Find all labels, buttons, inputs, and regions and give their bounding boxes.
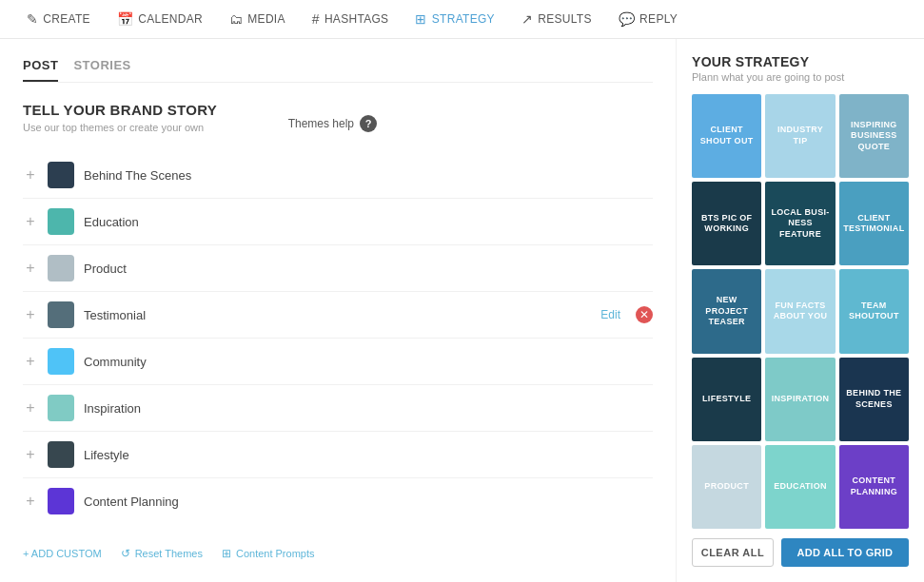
nav-item-results[interactable]: ↗RESULTS bbox=[510, 0, 603, 38]
strategy-grid: CLIENTSHOUT OUTINDUSTRY TIPINSPIRINGBUSI… bbox=[692, 94, 909, 529]
nav-label-hashtags: HASHTAGS bbox=[324, 12, 389, 26]
tabs: POSTSTORIES bbox=[23, 58, 653, 83]
theme-add-icon[interactable]: + bbox=[23, 213, 38, 230]
themes-list: + Behind The Scenes + Education + Produc… bbox=[23, 152, 653, 524]
theme-item: + Lifestyle bbox=[23, 432, 653, 478]
grid-cell-team-shoutout[interactable]: TEAMSHOUTOUT bbox=[839, 269, 909, 353]
nav-label-media: MEDIA bbox=[247, 12, 285, 26]
theme-add-icon[interactable]: + bbox=[23, 446, 38, 463]
theme-color-swatch bbox=[48, 395, 74, 421]
theme-name: Product bbox=[84, 262, 653, 276]
grid-cell-lifestyle[interactable]: LIFESTYLE bbox=[692, 358, 761, 441]
grid-cell-inspiring-quote[interactable]: INSPIRINGBUSINESSQUOTE bbox=[839, 94, 909, 178]
strategy-title: YOUR STRATEGY bbox=[692, 54, 909, 69]
left-panel: POSTSTORIES Themes help ? TELL YOUR BRAN… bbox=[0, 39, 677, 582]
clear-all-button[interactable]: CLEAR ALL bbox=[692, 538, 774, 567]
nav-label-results: RESULTS bbox=[538, 12, 592, 26]
theme-name: Content Planning bbox=[84, 495, 653, 509]
grid-cell-client-shout-out[interactable]: CLIENTSHOUT OUT bbox=[692, 94, 761, 178]
theme-color-swatch bbox=[48, 488, 74, 514]
nav-item-reply[interactable]: 💬REPLY bbox=[607, 0, 689, 38]
bottom-actions: + ADD CUSTOM↺Reset Themes⊞Content Prompt… bbox=[23, 539, 653, 560]
theme-color-swatch bbox=[48, 348, 74, 375]
theme-item: + Education bbox=[23, 199, 653, 245]
grid-cell-industry-tip[interactable]: INDUSTRY TIP bbox=[765, 94, 835, 178]
grid-cell-education[interactable]: EDUCATION bbox=[765, 445, 835, 529]
nav-label-calendar: CALENDAR bbox=[138, 12, 203, 26]
action-content-prompts[interactable]: ⊞Content Prompts bbox=[222, 547, 315, 560]
theme-edit-link[interactable]: Edit bbox=[600, 308, 620, 321]
theme-add-icon[interactable]: + bbox=[23, 306, 38, 323]
nav-item-strategy[interactable]: ⊞STRATEGY bbox=[403, 0, 506, 38]
theme-name: Education bbox=[84, 215, 653, 229]
help-icon: ? bbox=[360, 115, 377, 132]
grid-actions: CLEAR ALL ADD ALL TO GRID bbox=[692, 538, 909, 567]
theme-add-icon[interactable]: + bbox=[23, 166, 38, 184]
calendar-icon: 📅 bbox=[117, 11, 133, 27]
strategy-subtitle: Plann what you are going to post bbox=[692, 71, 909, 83]
theme-name: Testimonial bbox=[84, 308, 591, 322]
nav-item-create[interactable]: ✎CREATE bbox=[15, 0, 102, 38]
nav-label-create: CREATE bbox=[43, 12, 90, 26]
tab-stories[interactable]: STORIES bbox=[73, 58, 130, 82]
theme-add-icon[interactable]: + bbox=[23, 399, 38, 417]
theme-name: Inspiration bbox=[84, 401, 653, 416]
action-add-custom[interactable]: + ADD CUSTOM bbox=[23, 548, 102, 559]
content-prompts-icon: ⊞ bbox=[222, 547, 231, 560]
theme-add-icon[interactable]: + bbox=[23, 260, 38, 277]
add-all-button[interactable]: ADD ALL TO GRID bbox=[781, 538, 909, 567]
tab-post[interactable]: POST bbox=[23, 58, 58, 82]
nav-label-strategy: STRATEGY bbox=[432, 12, 495, 26]
theme-color-swatch bbox=[48, 441, 74, 468]
theme-name: Community bbox=[84, 355, 653, 369]
theme-name: Lifestyle bbox=[84, 448, 653, 462]
nav-label-reply: REPLY bbox=[639, 12, 678, 26]
theme-item: + Behind The Scenes bbox=[23, 152, 653, 199]
themes-help-link[interactable]: Themes help ? bbox=[288, 115, 377, 132]
theme-color-swatch bbox=[48, 301, 74, 328]
theme-remove-button[interactable]: ✕ bbox=[636, 306, 653, 323]
nav-item-calendar[interactable]: 📅CALENDAR bbox=[106, 0, 214, 38]
reset-themes-icon: ↺ bbox=[121, 547, 130, 560]
theme-item: + Inspiration bbox=[23, 385, 653, 432]
theme-item: + Testimonial Edit ✕ bbox=[23, 292, 653, 339]
theme-item: + Content Planning bbox=[23, 478, 653, 524]
results-icon: ↗ bbox=[521, 11, 533, 27]
strategy-icon: ⊞ bbox=[415, 11, 426, 27]
theme-name: Behind The Scenes bbox=[84, 168, 653, 183]
theme-color-swatch bbox=[48, 208, 74, 235]
media-icon: 🗂 bbox=[229, 11, 243, 27]
grid-cell-local-business[interactable]: LOCAL BUSI-NESSFEATURE bbox=[765, 182, 835, 265]
theme-color-swatch bbox=[48, 255, 74, 281]
top-navigation: ✎CREATE📅CALENDAR🗂MEDIA#HASHTAGS⊞STRATEGY… bbox=[0, 0, 924, 39]
hashtags-icon: # bbox=[312, 11, 320, 27]
theme-add-icon[interactable]: + bbox=[23, 353, 38, 370]
theme-item: + Community bbox=[23, 339, 653, 385]
reset-themes-label: Reset Themes bbox=[135, 548, 203, 559]
grid-cell-behind-scenes[interactable]: BEHIND THESCENES bbox=[839, 358, 909, 441]
main-content: POSTSTORIES Themes help ? TELL YOUR BRAN… bbox=[0, 39, 924, 582]
grid-cell-product[interactable]: PRODUCT bbox=[692, 445, 761, 529]
theme-item: + Product bbox=[23, 245, 653, 292]
grid-cell-new-project[interactable]: NEW PROJECTTEASER bbox=[692, 269, 761, 353]
add-custom-label: + ADD CUSTOM bbox=[23, 548, 102, 559]
theme-color-swatch bbox=[48, 162, 74, 188]
content-prompts-label: Content Prompts bbox=[236, 548, 315, 559]
grid-cell-content-planning[interactable]: CONTENTPLANNING bbox=[839, 445, 909, 529]
nav-item-hashtags[interactable]: #HASHTAGS bbox=[301, 0, 401, 38]
action-reset-themes[interactable]: ↺Reset Themes bbox=[121, 547, 203, 560]
themes-help-label: Themes help bbox=[288, 117, 354, 130]
grid-cell-bts-pic[interactable]: BTS PIC OFWORKING bbox=[692, 182, 761, 265]
grid-cell-fun-facts[interactable]: FUN FACTSABOUT YOU bbox=[765, 269, 835, 353]
reply-icon: 💬 bbox=[619, 11, 635, 27]
nav-item-media[interactable]: 🗂MEDIA bbox=[218, 0, 297, 38]
grid-cell-inspiration[interactable]: INSPIRATION bbox=[765, 358, 835, 441]
right-panel: YOUR STRATEGY Plann what you are going t… bbox=[677, 39, 924, 582]
create-icon: ✎ bbox=[27, 11, 38, 27]
grid-cell-client-testimonial[interactable]: CLIENTTESTIMONIAL bbox=[839, 182, 909, 265]
theme-add-icon[interactable]: + bbox=[23, 493, 38, 510]
